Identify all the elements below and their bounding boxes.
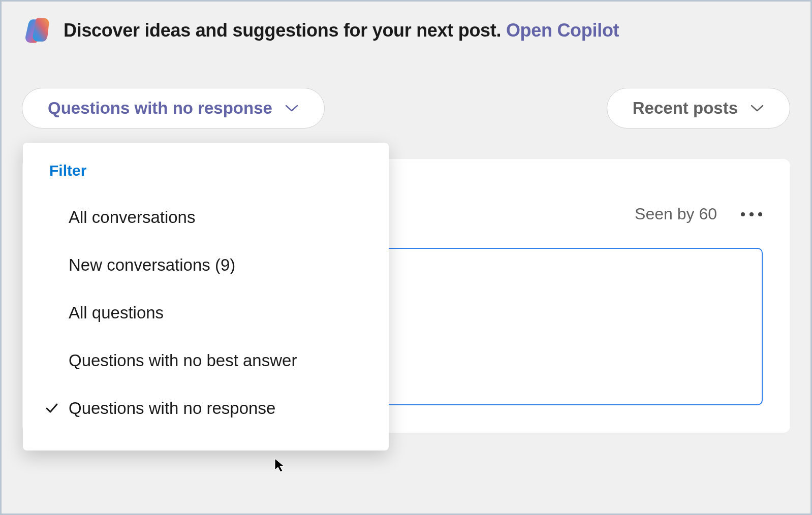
dropdown-item-all-questions[interactable]: All questions <box>23 289 389 337</box>
copilot-icon <box>22 16 51 45</box>
chevron-down-icon <box>285 104 299 113</box>
dropdown-item-new-conversations[interactable]: New conversations (9) <box>23 241 389 289</box>
svg-point-2 <box>758 212 762 216</box>
dropdown-item-label: New conversations (9) <box>69 255 235 275</box>
sort-dropdown-label: Recent posts <box>633 99 738 118</box>
seen-by-label: Seen by 60 <box>635 205 717 223</box>
dropdown-header: Filter <box>23 155 389 194</box>
dropdown-item-label: All questions <box>69 303 164 323</box>
dropdown-item-label: Questions with no response <box>69 399 275 418</box>
dropdown-item-no-best-answer[interactable]: Questions with no best answer <box>23 337 389 384</box>
banner-text: Discover ideas and suggestions for your … <box>64 20 619 41</box>
open-copilot-link[interactable]: Open Copilot <box>506 20 619 41</box>
dropdown-item-label: Questions with no best answer <box>69 351 297 370</box>
filter-dropdown-button[interactable]: Questions with no response <box>22 88 325 128</box>
checkmark-icon <box>44 401 59 416</box>
filter-dropdown-label: Questions with no response <box>48 99 272 118</box>
svg-point-0 <box>741 212 745 216</box>
sort-dropdown-button[interactable]: Recent posts <box>607 88 790 128</box>
dropdown-item-all-conversations[interactable]: All conversations <box>23 194 389 241</box>
banner-message: Discover ideas and suggestions for your … <box>64 20 501 41</box>
svg-point-1 <box>749 212 754 216</box>
dropdown-item-label: All conversations <box>69 208 195 227</box>
cursor-icon <box>274 458 286 473</box>
filter-row: Questions with no response Recent posts <box>2 59 810 128</box>
copilot-banner: Discover ideas and suggestions for your … <box>2 2 810 59</box>
filter-dropdown-menu: Filter All conversations New conversatio… <box>23 143 389 450</box>
dropdown-item-no-response[interactable]: Questions with no response <box>23 384 389 432</box>
chevron-down-icon <box>750 104 764 113</box>
more-options-icon[interactable] <box>740 212 763 217</box>
